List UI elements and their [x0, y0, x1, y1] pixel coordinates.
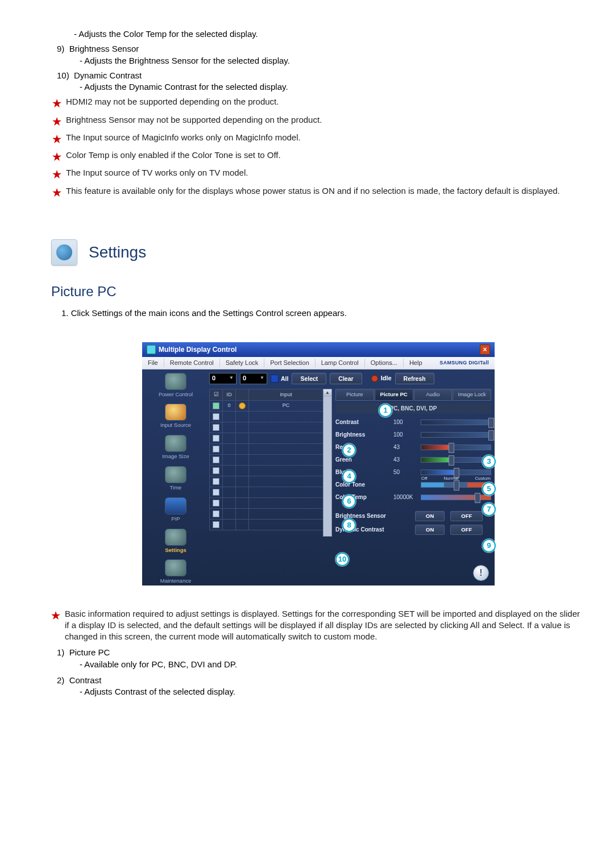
tab-image-lock[interactable]: Image Lock	[453, 389, 491, 401]
callout-3: 3	[482, 455, 496, 468]
mdc-window: Multiple Display Control × File Remote C…	[142, 342, 495, 585]
row-checkbox[interactable]	[213, 402, 219, 409]
close-button[interactable]: ×	[480, 344, 490, 355]
star-icon: ★	[51, 609, 60, 622]
sidebar-pip[interactable]: PIP	[144, 497, 207, 523]
callout-10: 10	[335, 553, 349, 566]
refresh-button[interactable]: Refresh	[395, 373, 434, 384]
sidebar-settings[interactable]: Settings	[144, 529, 207, 554]
post-item-1-desc: - Available only for PC, BNC, DVI and DP…	[80, 659, 586, 670]
id-spinner-1[interactable]: 0▼	[209, 373, 237, 384]
menu-lamp-control[interactable]: Lamp Control	[316, 359, 365, 367]
blue-slider[interactable]	[421, 470, 491, 475]
item-10: 10) Dynamic Contrast	[57, 70, 586, 81]
row-input: PC	[249, 401, 323, 411]
grid-row-empty	[209, 520, 323, 530]
star-icon: ★	[52, 168, 61, 181]
row-checkbox[interactable]	[213, 478, 219, 485]
brightness-sensor-off[interactable]: OFF	[450, 511, 483, 522]
menu-safety-lock[interactable]: Safety Lock	[220, 359, 264, 367]
tab-picture[interactable]: Picture	[335, 389, 374, 401]
select-button[interactable]: Select	[292, 373, 326, 384]
scroll-up-icon[interactable]: ▲	[323, 389, 331, 397]
menu-options[interactable]: Options...	[365, 359, 404, 367]
item-9-title: Brightness Sensor	[69, 44, 139, 53]
star-icon: ★	[52, 150, 61, 164]
row-checkbox[interactable]	[213, 489, 219, 496]
callout-1: 1	[379, 404, 392, 417]
row-checkbox[interactable]	[213, 456, 219, 463]
callout-8: 8	[342, 518, 356, 532]
grid-row-0[interactable]: 0 PC	[209, 401, 323, 412]
grid-row-empty	[209, 487, 323, 498]
red-row: Red 43	[335, 441, 491, 454]
sidebar-power-control[interactable]: Power Control	[144, 373, 207, 398]
menu-remote-control[interactable]: Remote Control	[164, 359, 220, 367]
grid-scrollbar[interactable]: ▲	[323, 389, 332, 537]
brightness-sensor-on[interactable]: ON	[415, 511, 445, 522]
sidebar-maintenance[interactable]: Maintenance	[144, 559, 207, 585]
app-icon	[147, 345, 156, 354]
mdc-titlebar[interactable]: Multiple Display Control ×	[142, 342, 495, 357]
row-checkbox[interactable]	[213, 435, 219, 442]
star-icon: ★	[52, 132, 61, 146]
item-10-desc: - Adjusts the Dynamic Contrast for the s…	[80, 81, 586, 93]
green-slider[interactable]	[421, 457, 491, 463]
color-temp-slider[interactable]	[421, 495, 491, 500]
row-checkbox[interactable]	[213, 500, 219, 506]
info-button[interactable]: !	[473, 565, 489, 581]
all-checkbox[interactable]: All	[271, 375, 288, 383]
grid-row-empty	[209, 433, 323, 444]
grid-header-check[interactable]: ☑	[210, 389, 223, 400]
brightness-row: Brightness 100	[335, 429, 491, 441]
menu-port-selection[interactable]: Port Selection	[264, 359, 315, 367]
contrast-slider[interactable]	[421, 420, 491, 425]
color-tone-slider[interactable]: Off Normal Custom	[421, 482, 491, 488]
callout-7: 7	[482, 502, 496, 516]
note-2: ★Brightness Sensor may not be supported …	[52, 114, 586, 128]
note-3: ★The Input source of MagicInfo works onl…	[52, 132, 586, 146]
dropdown-icon: ▼	[260, 375, 264, 381]
row-id: 0	[223, 401, 236, 411]
note-6: ★This feature is available only for the …	[52, 185, 586, 200]
id-spinner-2[interactable]: 0▼	[240, 373, 267, 384]
row-checkbox[interactable]	[213, 510, 219, 517]
dynamic-contrast-row: Dynamic Contrast ON OFF	[335, 523, 491, 537]
item-9: 9) Brightness Sensor	[57, 43, 586, 55]
brightness-sensor-row: Brightness Sensor ON OFF	[335, 509, 491, 523]
display-grid: ☑ ID Input 0 PC	[209, 389, 323, 537]
red-slider[interactable]	[421, 445, 491, 450]
star-icon: ★	[52, 115, 61, 128]
idle-indicator-icon	[371, 375, 378, 382]
post-note-main: ★ Basic information required to adjust s…	[51, 608, 586, 643]
row-checkbox[interactable]	[213, 521, 219, 528]
input-icon	[165, 404, 186, 421]
row-checkbox[interactable]	[213, 413, 219, 420]
mdc-sidebar: Power Control Input Source Image Size Ti…	[142, 369, 209, 585]
sidebar-input-source[interactable]: Input Source	[144, 404, 207, 429]
brightness-slider[interactable]	[421, 432, 491, 438]
item-9-number: 9)	[57, 44, 64, 53]
sidebar-time[interactable]: Time	[144, 466, 207, 492]
menu-help[interactable]: Help	[404, 359, 428, 367]
row-checkbox[interactable]	[213, 467, 219, 474]
idle-label: Idle	[381, 374, 392, 383]
dynamic-contrast-on[interactable]: ON	[415, 525, 445, 535]
brand-label: SAMSUNG DIGITall	[434, 359, 495, 366]
tab-picture-pc[interactable]: Picture PC	[375, 389, 413, 401]
row-checkbox[interactable]	[213, 446, 219, 452]
pip-icon	[165, 497, 186, 514]
dynamic-contrast-off[interactable]: OFF	[450, 525, 483, 535]
sidebar-image-size[interactable]: Image Size	[144, 435, 207, 460]
image-size-icon	[165, 435, 186, 452]
item-colortemp-desc: - Adjusts the Color Temp for the selecte…	[74, 28, 586, 40]
post-item-2-desc: - Adjusts Contrast of the selected displ…	[80, 686, 586, 697]
menu-file[interactable]: File	[142, 359, 164, 367]
mdc-menubar: File Remote Control Safety Lock Port Sel…	[142, 357, 495, 369]
instruction-1: 1. Click Settings of the main icons and …	[61, 308, 586, 319]
top-control-row: 0▼ 0▼ All Select Clear Idle Refresh	[209, 373, 491, 384]
dropdown-icon: ▼	[229, 375, 234, 381]
clear-button[interactable]: Clear	[330, 373, 362, 384]
tab-audio[interactable]: Audio	[414, 389, 453, 401]
row-checkbox[interactable]	[213, 424, 219, 431]
